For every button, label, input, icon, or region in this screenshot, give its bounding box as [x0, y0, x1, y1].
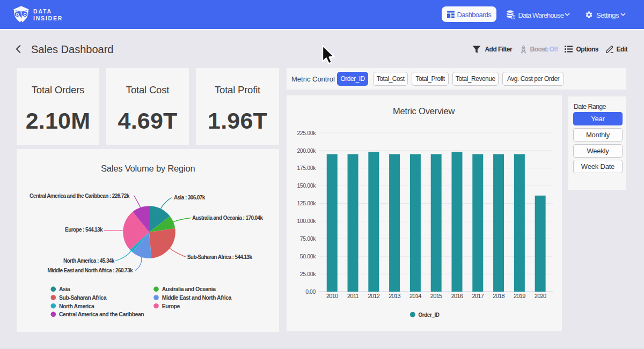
svg-text:Sub-Saharan Africa : 544.13k: Sub-Saharan Africa : 544.13k — [187, 254, 253, 260]
svg-text:2013: 2013 — [389, 293, 400, 299]
svg-text:150.00k: 150.00k — [297, 182, 316, 189]
svg-text:2016: 2016 — [451, 293, 463, 299]
svg-text:100.00k: 100.00k — [297, 218, 316, 224]
svg-text:Metric Overview: Metric Overview — [393, 106, 455, 116]
svg-text:Sub-Saharan Africa: Sub-Saharan Africa — [59, 294, 107, 301]
svg-text:Middle East and North Africa :: Middle East and North Africa : 260.73k — [47, 268, 133, 273]
svg-text:Asia: Asia — [59, 286, 70, 292]
svg-text:2012: 2012 — [368, 293, 379, 299]
svg-text:Order_ID: Order_ID — [419, 312, 440, 318]
svg-text:0.00: 0.00 — [305, 288, 316, 295]
svg-text:Central America and the Caribb: Central America and the Caribbean : 226.… — [30, 193, 130, 199]
svg-text:25.00k: 25.00k — [300, 271, 316, 277]
svg-text:2015: 2015 — [430, 293, 442, 299]
svg-text:2019: 2019 — [514, 293, 525, 299]
svg-text:Central America and the Caribb: Central America and the Caribbean — [59, 311, 144, 317]
svg-text:200.00k: 200.00k — [297, 147, 316, 154]
svg-text:75.00k: 75.00k — [300, 235, 316, 242]
svg-text:Asia : 306.07k: Asia : 306.07k — [174, 195, 206, 201]
svg-text:2017: 2017 — [472, 293, 484, 299]
svg-text:2020: 2020 — [535, 293, 546, 299]
svg-text:225.00k: 225.00k — [297, 130, 316, 136]
svg-text:50.00k: 50.00k — [300, 253, 316, 259]
svg-text:Australia and Oceania: Australia and Oceania — [162, 286, 216, 292]
svg-text:2011: 2011 — [347, 293, 358, 299]
svg-text:2018: 2018 — [493, 293, 504, 299]
svg-text:North America: North America — [59, 303, 94, 309]
svg-text:North America : 45.34k: North America : 45.34k — [63, 258, 115, 264]
svg-text:125.00k: 125.00k — [297, 200, 316, 206]
svg-text:Australia and Oceania : 170.04: Australia and Oceania : 170.04k — [192, 215, 264, 221]
svg-text:Europe: Europe — [162, 303, 180, 309]
svg-text:175.00k: 175.00k — [297, 165, 316, 171]
svg-text:Middle East and North Africa: Middle East and North Africa — [162, 294, 232, 301]
svg-text:Europe : 544.13k: Europe : 544.13k — [65, 227, 103, 233]
svg-text:2010: 2010 — [326, 293, 338, 299]
svg-text:Sales Volume by Region: Sales Volume by Region — [101, 164, 195, 173]
svg-text:2014: 2014 — [409, 293, 421, 299]
